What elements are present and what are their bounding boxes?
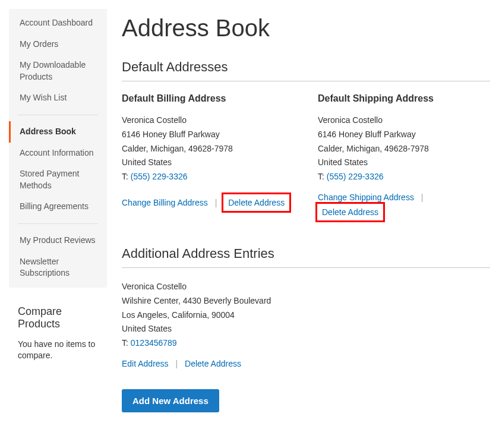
sidebar-divider — [18, 115, 98, 115]
sidebar-item-account-dashboard[interactable]: Account Dashboard — [9, 9, 107, 34]
compare-empty-text: You have no items to compare. — [18, 339, 98, 362]
delete-additional-link[interactable]: Delete Address — [185, 359, 241, 368]
action-separator: | — [215, 198, 217, 207]
highlight-annotation: Delete Address — [315, 202, 385, 222]
sidebar-item-my-orders[interactable]: My Orders — [9, 34, 107, 55]
compare-title: Compare Products — [18, 305, 98, 330]
additional-country: United States — [122, 322, 490, 336]
shipping-street: 6146 Honey Bluff Parkway — [318, 128, 490, 142]
shipping-label: Default Shipping Address — [318, 93, 490, 104]
action-separator: | — [176, 359, 178, 368]
add-new-address-button[interactable]: Add New Address — [122, 389, 219, 412]
billing-city-line: Calder, Michigan, 49628-7978 — [122, 142, 294, 156]
sidebar-item-address-book[interactable]: Address Book — [9, 121, 107, 143]
shipping-name: Veronica Costello — [318, 113, 490, 128]
billing-name: Veronica Costello — [122, 113, 294, 128]
sidebar-item-newsletter[interactable]: Newsletter Subscriptions — [9, 251, 107, 288]
billing-label: Default Billing Address — [122, 93, 294, 104]
additional-addresses-heading: Additional Address Entries — [122, 246, 490, 268]
sidebar-nav: Account Dashboard My Orders My Downloada… — [9, 9, 107, 288]
default-billing-block: Default Billing Address Veronica Costell… — [122, 93, 294, 222]
main-content: Address Book Default Addresses Default B… — [107, 9, 490, 412]
additional-address-block: Veronica Costello Wilshire Center, 4430 … — [122, 280, 490, 368]
sidebar-item-stored-payment[interactable]: Stored Payment Methods — [9, 163, 107, 196]
additional-street: Wilshire Center, 4430 Beverly Boulevard — [122, 294, 490, 308]
default-shipping-block: Default Shipping Address Veronica Costel… — [318, 93, 490, 222]
billing-phone-link[interactable]: (555) 229-3326 — [131, 172, 188, 181]
billing-phone-prefix: T: — [122, 172, 131, 181]
sidebar-item-account-information[interactable]: Account Information — [9, 143, 107, 164]
shipping-country: United States — [318, 156, 490, 170]
sidebar-item-billing-agreements[interactable]: Billing Agreements — [9, 196, 107, 217]
sidebar-item-downloadable-products[interactable]: My Downloadable Products — [9, 55, 107, 87]
change-billing-link[interactable]: Change Billing Address — [122, 198, 208, 207]
page-title: Address Book — [122, 15, 490, 42]
shipping-phone-prefix: T: — [318, 172, 327, 181]
default-addresses-heading: Default Addresses — [122, 59, 490, 81]
action-separator: | — [421, 193, 424, 202]
additional-phone-link[interactable]: 0123456789 — [131, 338, 177, 348]
sidebar-item-product-reviews[interactable]: My Product Reviews — [9, 230, 107, 251]
shipping-city-line: Calder, Michigan, 49628-7978 — [318, 142, 490, 156]
delete-billing-link[interactable]: Delete Address — [228, 198, 285, 207]
sidebar-divider — [18, 223, 98, 224]
delete-shipping-link[interactable]: Delete Address — [322, 207, 378, 217]
additional-phone-prefix: T: — [122, 338, 131, 348]
shipping-phone-link[interactable]: (555) 229-3326 — [327, 172, 384, 181]
edit-address-link[interactable]: Edit Address — [122, 359, 169, 368]
compare-products-block: Compare Products You have no items to co… — [9, 288, 107, 371]
billing-country: United States — [122, 156, 294, 170]
sidebar-item-wish-list[interactable]: My Wish List — [9, 87, 107, 109]
highlight-annotation: Delete Address — [222, 193, 291, 213]
change-shipping-link[interactable]: Change Shipping Address — [318, 193, 414, 202]
additional-city-line: Los Angeles, California, 90004 — [122, 308, 490, 323]
billing-street: 6146 Honey Bluff Parkway — [122, 128, 294, 142]
additional-name: Veronica Costello — [122, 280, 490, 294]
